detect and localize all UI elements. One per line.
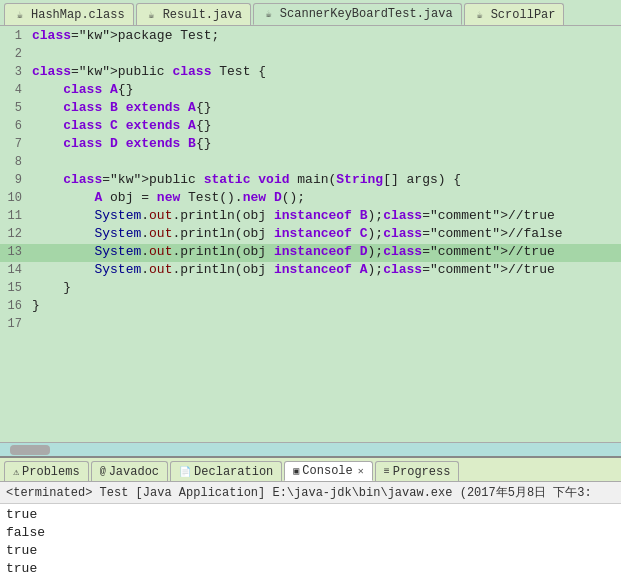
console-output-line: true [6, 542, 615, 560]
code-line-12: 12 System.out.println(obj instanceof C);… [0, 226, 621, 244]
code-line-8: 8 [0, 154, 621, 172]
line-content: class B extends A{} [28, 100, 212, 115]
code-line-15: 15 } [0, 280, 621, 298]
line-number: 6 [0, 118, 28, 133]
line-number: 15 [0, 280, 28, 295]
line-content: System.out.println(obj instanceof D);cla… [28, 244, 555, 259]
line-number: 13 [0, 244, 28, 259]
line-number: 14 [0, 262, 28, 277]
code-line-17: 17 [0, 316, 621, 334]
bottom-tab-icon-console: ▣ [293, 465, 299, 477]
bottom-tab-declaration[interactable]: 📄Declaration [170, 461, 282, 481]
tab-icon-result: ☕ [145, 8, 159, 22]
bottom-tab-progress[interactable]: ≡Progress [375, 461, 460, 481]
line-content: } [28, 298, 40, 313]
bottom-tab-icon-declaration: 📄 [179, 466, 191, 478]
code-line-11: 11 System.out.println(obj instanceof B);… [0, 208, 621, 226]
scrollbar-thumb[interactable] [10, 445, 50, 455]
line-number: 3 [0, 64, 28, 79]
code-line-1: 1class="kw">package Test; [0, 28, 621, 46]
line-number: 17 [0, 316, 28, 331]
editor-tab-hashmap[interactable]: ☕HashMap.class [4, 3, 134, 25]
tab-icon-hashmap: ☕ [13, 8, 27, 22]
bottom-tab-bar: ⚠Problems@Javadoc📄Declaration▣Console✕≡P… [0, 458, 621, 482]
code-line-14: 14 System.out.println(obj instanceof A);… [0, 262, 621, 280]
tab-icon-scannerkeyboard: ☕ [262, 7, 276, 21]
editor-tab-bar: ☕HashMap.class☕Result.java☕ScannerKeyBoa… [0, 0, 621, 26]
bottom-tab-problems[interactable]: ⚠Problems [4, 461, 89, 481]
code-editor[interactable]: 1class="kw">package Test;23class="kw">pu… [0, 26, 621, 442]
code-line-13: 13 System.out.println(obj instanceof D);… [0, 244, 621, 262]
console-output: truefalsetruetrue [0, 504, 621, 572]
console-header: <terminated> Test [Java Application] E:\… [0, 482, 621, 504]
line-number: 1 [0, 28, 28, 43]
bottom-tab-javadoc[interactable]: @Javadoc [91, 461, 168, 481]
line-number: 7 [0, 136, 28, 151]
code-line-16: 16} [0, 298, 621, 316]
line-content: class A{} [28, 82, 133, 97]
line-number: 5 [0, 100, 28, 115]
code-line-5: 5 class B extends A{} [0, 100, 621, 118]
line-number: 9 [0, 172, 28, 187]
line-number: 12 [0, 226, 28, 241]
bottom-tab-label-problems: Problems [22, 465, 80, 479]
console-output-line: false [6, 524, 615, 542]
line-content: class C extends A{} [28, 118, 212, 133]
console-output-line: true [6, 506, 615, 524]
tab-label-result: Result.java [163, 8, 242, 22]
line-number: 4 [0, 82, 28, 97]
bottom-tab-label-progress: Progress [393, 465, 451, 479]
tab-label-hashmap: HashMap.class [31, 8, 125, 22]
tab-label-scrollpar: ScrollPar [491, 8, 556, 22]
bottom-tab-icon-javadoc: @ [100, 466, 106, 477]
line-number: 8 [0, 154, 28, 169]
line-content: System.out.println(obj instanceof C);cla… [28, 226, 563, 241]
bottom-tab-icon-problems: ⚠ [13, 466, 19, 478]
line-number: 11 [0, 208, 28, 223]
bottom-tab-icon-progress: ≡ [384, 466, 390, 477]
code-line-9: 9 class="kw">public static void main(Str… [0, 172, 621, 190]
line-content: A obj = new Test().new D(); [28, 190, 305, 205]
code-line-3: 3class="kw">public class Test { [0, 64, 621, 82]
editor-tab-scannerkeyboard[interactable]: ☕ScannerKeyBoardTest.java [253, 3, 462, 25]
line-content: class="kw">package Test; [28, 28, 219, 43]
line-content: System.out.println(obj instanceof B);cla… [28, 208, 555, 223]
line-content: } [28, 280, 71, 295]
horizontal-scrollbar[interactable] [0, 442, 621, 456]
editor-tab-scrollpar[interactable]: ☕ScrollPar [464, 3, 565, 25]
line-content: System.out.println(obj instanceof A);cla… [28, 262, 555, 277]
editor-tab-result[interactable]: ☕Result.java [136, 3, 251, 25]
bottom-panel: ⚠Problems@Javadoc📄Declaration▣Console✕≡P… [0, 456, 621, 572]
code-line-7: 7 class D extends B{} [0, 136, 621, 154]
console-output-line: true [6, 560, 615, 572]
code-line-6: 6 class C extends A{} [0, 118, 621, 136]
code-line-10: 10 A obj = new Test().new D(); [0, 190, 621, 208]
bottom-tab-console[interactable]: ▣Console✕ [284, 461, 372, 481]
tab-label-scannerkeyboard: ScannerKeyBoardTest.java [280, 7, 453, 21]
line-number: 16 [0, 298, 28, 313]
bottom-tab-label-javadoc: Javadoc [109, 465, 159, 479]
bottom-tab-label-console: Console [302, 464, 352, 478]
line-content: class="kw">public class Test { [28, 64, 266, 79]
bottom-tab-label-declaration: Declaration [194, 465, 273, 479]
line-content: class D extends B{} [28, 136, 212, 151]
tab-icon-scrollpar: ☕ [473, 8, 487, 22]
line-number: 2 [0, 46, 28, 61]
code-line-4: 4 class A{} [0, 82, 621, 100]
code-line-2: 2 [0, 46, 621, 64]
line-number: 10 [0, 190, 28, 205]
line-content: class="kw">public static void main(Strin… [28, 172, 461, 187]
bottom-tab-close-console[interactable]: ✕ [358, 465, 364, 477]
